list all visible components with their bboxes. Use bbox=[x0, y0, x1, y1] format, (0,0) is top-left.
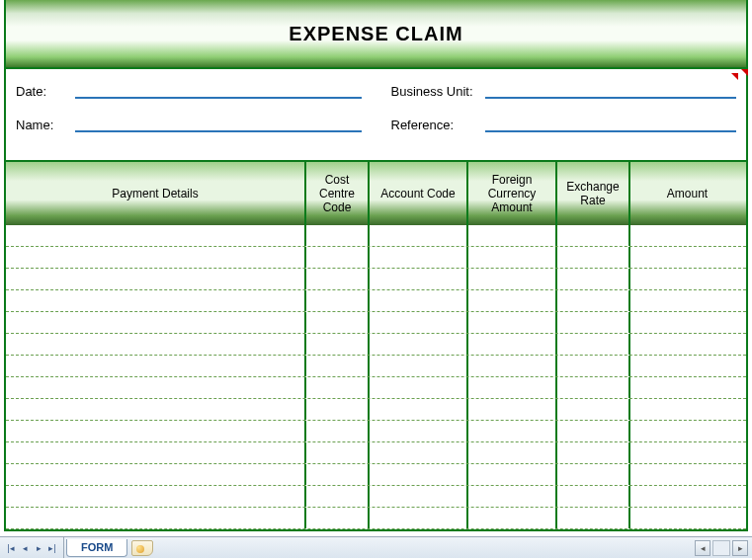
table-cell[interactable] bbox=[630, 356, 744, 376]
table-cell[interactable] bbox=[306, 442, 370, 463]
table-cell[interactable] bbox=[630, 399, 744, 420]
table-cell[interactable] bbox=[6, 290, 306, 311]
comment-indicator-icon[interactable] bbox=[731, 73, 738, 80]
table-cell[interactable] bbox=[370, 399, 468, 420]
table-cell[interactable] bbox=[557, 508, 630, 528]
table-cell[interactable] bbox=[557, 290, 630, 311]
table-cell[interactable] bbox=[557, 464, 630, 485]
business-unit-input[interactable] bbox=[485, 83, 737, 99]
table-row[interactable] bbox=[6, 312, 746, 334]
table-cell[interactable] bbox=[630, 442, 744, 463]
new-sheet-icon[interactable] bbox=[131, 540, 153, 556]
table-cell[interactable] bbox=[557, 269, 630, 289]
table-cell[interactable] bbox=[370, 421, 468, 441]
table-cell[interactable] bbox=[630, 464, 744, 485]
table-cell[interactable] bbox=[370, 508, 468, 528]
table-cell[interactable] bbox=[630, 247, 744, 268]
sheet-nav-last-icon[interactable]: ▸| bbox=[45, 541, 59, 555]
table-row[interactable] bbox=[6, 464, 746, 486]
table-cell[interactable] bbox=[6, 225, 306, 246]
table-cell[interactable] bbox=[468, 312, 557, 333]
table-cell[interactable] bbox=[6, 247, 306, 268]
sheet-nav-first-icon[interactable]: |◂ bbox=[4, 541, 18, 555]
table-cell[interactable] bbox=[306, 247, 370, 268]
table-cell[interactable] bbox=[306, 312, 370, 333]
date-input[interactable] bbox=[75, 83, 362, 99]
table-cell[interactable] bbox=[468, 442, 557, 463]
table-row[interactable] bbox=[6, 290, 746, 312]
table-cell[interactable] bbox=[468, 247, 557, 268]
table-cell[interactable] bbox=[557, 356, 630, 376]
table-cell[interactable] bbox=[468, 421, 557, 441]
table-cell[interactable] bbox=[557, 442, 630, 463]
table-cell[interactable] bbox=[630, 225, 744, 246]
table-cell[interactable] bbox=[468, 464, 557, 485]
table-row[interactable] bbox=[6, 442, 746, 464]
table-cell[interactable] bbox=[370, 312, 468, 333]
table-cell[interactable] bbox=[6, 356, 306, 376]
table-cell[interactable] bbox=[630, 421, 744, 441]
table-cell[interactable] bbox=[630, 334, 744, 355]
table-cell[interactable] bbox=[6, 464, 306, 485]
table-cell[interactable] bbox=[6, 508, 306, 528]
table-cell[interactable] bbox=[557, 334, 630, 355]
table-cell[interactable] bbox=[370, 225, 468, 246]
table-cell[interactable] bbox=[468, 486, 557, 507]
table-cell[interactable] bbox=[6, 486, 306, 507]
table-row[interactable] bbox=[6, 269, 746, 290]
table-cell[interactable] bbox=[306, 399, 370, 420]
table-cell[interactable] bbox=[557, 247, 630, 268]
table-cell[interactable] bbox=[468, 508, 557, 528]
table-cell[interactable] bbox=[630, 377, 744, 398]
table-cell[interactable] bbox=[370, 486, 468, 507]
table-row[interactable] bbox=[6, 356, 746, 377]
table-cell[interactable] bbox=[468, 290, 557, 311]
table-cell[interactable] bbox=[468, 334, 557, 355]
table-row[interactable] bbox=[6, 486, 746, 508]
table-cell[interactable] bbox=[6, 312, 306, 333]
table-cell[interactable] bbox=[6, 421, 306, 441]
table-row[interactable] bbox=[6, 247, 746, 269]
table-cell[interactable] bbox=[468, 269, 557, 289]
table-cell[interactable] bbox=[468, 225, 557, 246]
table-row[interactable] bbox=[6, 399, 746, 421]
table-cell[interactable] bbox=[630, 486, 744, 507]
table-cell[interactable] bbox=[306, 421, 370, 441]
table-cell[interactable] bbox=[630, 508, 744, 528]
table-cell[interactable] bbox=[306, 377, 370, 398]
reference-input[interactable] bbox=[485, 117, 737, 132]
table-cell[interactable] bbox=[306, 334, 370, 355]
table-cell[interactable] bbox=[370, 377, 468, 398]
table-cell[interactable] bbox=[370, 247, 468, 268]
table-cell[interactable] bbox=[370, 464, 468, 485]
sheet-tab-form[interactable]: FORM bbox=[66, 539, 127, 557]
table-cell[interactable] bbox=[557, 377, 630, 398]
table-cell[interactable] bbox=[630, 312, 744, 333]
table-cell[interactable] bbox=[306, 464, 370, 485]
table-cell[interactable] bbox=[630, 269, 744, 289]
table-cell[interactable] bbox=[557, 486, 630, 507]
table-cell[interactable] bbox=[557, 421, 630, 441]
table-cell[interactable] bbox=[370, 442, 468, 463]
table-cell[interactable] bbox=[306, 269, 370, 289]
table-cell[interactable] bbox=[370, 290, 468, 311]
table-cell[interactable] bbox=[468, 399, 557, 420]
table-row[interactable] bbox=[6, 334, 746, 356]
hscroll-left-icon[interactable]: ◂ bbox=[695, 540, 710, 556]
table-row[interactable] bbox=[6, 421, 746, 442]
table-cell[interactable] bbox=[557, 225, 630, 246]
hscroll-track[interactable] bbox=[712, 540, 730, 556]
sheet-nav-next-icon[interactable]: ▸ bbox=[32, 541, 45, 555]
table-cell[interactable] bbox=[6, 334, 306, 355]
table-cell[interactable] bbox=[370, 334, 468, 355]
table-cell[interactable] bbox=[468, 377, 557, 398]
table-cell[interactable] bbox=[370, 269, 468, 289]
table-cell[interactable] bbox=[468, 356, 557, 376]
table-cell[interactable] bbox=[630, 290, 744, 311]
table-cell[interactable] bbox=[306, 486, 370, 507]
table-cell[interactable] bbox=[557, 312, 630, 333]
sheet-nav-prev-icon[interactable]: ◂ bbox=[18, 541, 32, 555]
table-row[interactable] bbox=[6, 225, 746, 247]
hscroll-right-icon[interactable]: ▸ bbox=[732, 540, 748, 556]
table-cell[interactable] bbox=[557, 399, 630, 420]
